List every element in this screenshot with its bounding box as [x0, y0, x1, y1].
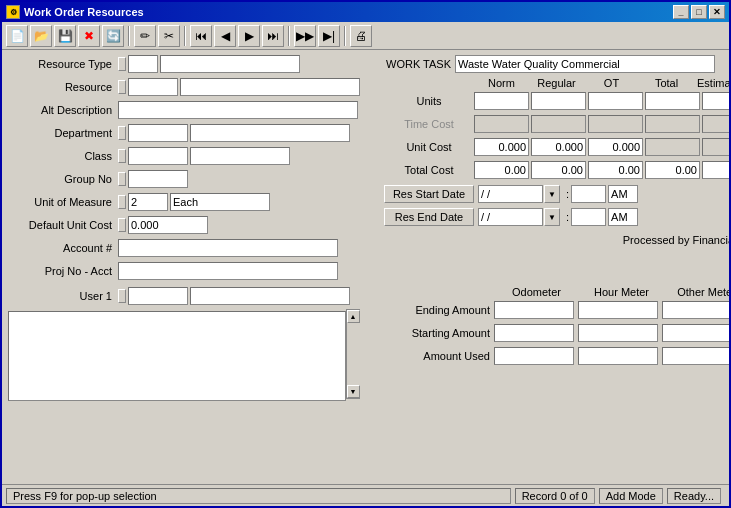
class-name-input[interactable] [190, 147, 290, 165]
col-header-ot: OT [584, 77, 639, 89]
timecost-ot-input[interactable] [588, 115, 643, 133]
default-unit-cost-input[interactable] [128, 216, 208, 234]
start-ampm-input[interactable] [608, 185, 638, 203]
resource-type-indicator [118, 57, 126, 71]
prev-button[interactable]: ◀ [214, 25, 236, 47]
user1-code-input[interactable] [128, 287, 188, 305]
units-regular-input[interactable] [531, 92, 586, 110]
unitcost-regular-input[interactable] [531, 138, 586, 156]
timecost-total-input[interactable] [645, 115, 700, 133]
totalcost-regular-input[interactable] [531, 161, 586, 179]
unit-of-measure-label: Unit of Measure [8, 196, 118, 208]
first-button[interactable]: ⏮ [190, 25, 212, 47]
account-input[interactable] [118, 239, 338, 257]
alt-description-row: Alt Description [8, 100, 378, 120]
toolbar-separator [128, 26, 130, 46]
timecost-estimated-input[interactable] [702, 115, 729, 133]
end-date-dropdown[interactable]: ▼ [544, 208, 560, 226]
used-hour-input[interactable] [578, 347, 658, 365]
hour-meter-header: Hour Meter [579, 286, 664, 298]
timecost-norm-input[interactable] [474, 115, 529, 133]
start-date-dropdown[interactable]: ▼ [544, 185, 560, 203]
units-norm-input[interactable] [474, 92, 529, 110]
window-icon: ⚙ [6, 5, 20, 19]
ending-hour-input[interactable] [578, 301, 658, 319]
totalcost-ot-input[interactable] [588, 161, 643, 179]
next-button[interactable]: ▶ [238, 25, 260, 47]
resource-type-code-input[interactable] [128, 55, 158, 73]
ending-other-input[interactable] [662, 301, 729, 319]
department-name-input[interactable] [190, 124, 350, 142]
used-other-input[interactable] [662, 347, 729, 365]
resource-type-name-input[interactable] [160, 55, 300, 73]
window-title: Work Order Resources [24, 6, 144, 18]
unitcost-norm-input[interactable] [474, 138, 529, 156]
odometer-header: Odometer [494, 286, 579, 298]
maximize-button[interactable]: □ [691, 5, 707, 19]
timecost-regular-input[interactable] [531, 115, 586, 133]
units-total-input[interactable] [645, 92, 700, 110]
ending-odometer-input[interactable] [494, 301, 574, 319]
department-code-input[interactable] [128, 124, 188, 142]
new-button[interactable]: 📄 [6, 25, 28, 47]
group-no-label: Group No [8, 173, 118, 185]
toolbar-separator3 [288, 26, 290, 46]
start-date-input[interactable] [478, 185, 543, 203]
minimize-button[interactable]: _ [673, 5, 689, 19]
units-ot-input[interactable] [588, 92, 643, 110]
alt-description-input[interactable] [118, 101, 358, 119]
user1-name-input[interactable] [190, 287, 350, 305]
cut-button[interactable]: ✂ [158, 25, 180, 47]
totalcost-norm-input[interactable] [474, 161, 529, 179]
notes-textarea[interactable] [8, 311, 346, 401]
starting-other-input[interactable] [662, 324, 729, 342]
last-button[interactable]: ⏭ [262, 25, 284, 47]
uom-code-input[interactable] [128, 193, 168, 211]
used-odometer-input[interactable] [494, 347, 574, 365]
total-cost-row: Total Cost [384, 160, 729, 180]
end-ampm-input[interactable] [608, 208, 638, 226]
close-button[interactable]: ✕ [709, 5, 725, 19]
starting-hour-input[interactable] [578, 324, 658, 342]
scroll-down-button[interactable]: ▼ [347, 385, 360, 398]
starting-odometer-input[interactable] [494, 324, 574, 342]
scrollbar-vertical[interactable]: ▲ ▼ [346, 309, 360, 399]
col-header-regular: Regular [529, 77, 584, 89]
meter-section: Odometer Hour Meter Other Meter Ending A… [384, 286, 729, 403]
uom-name-input[interactable] [170, 193, 270, 211]
resource-code-input[interactable] [128, 78, 178, 96]
start-time-input[interactable] [571, 185, 606, 203]
bottom-left: User 1 ▲ ▼ [8, 286, 378, 403]
unitcost-total-input[interactable] [645, 138, 700, 156]
group-no-input[interactable] [128, 170, 188, 188]
save-button[interactable]: 💾 [54, 25, 76, 47]
class-code-input[interactable] [128, 147, 188, 165]
user1-indicator [118, 289, 126, 303]
proj-no-input[interactable] [118, 262, 338, 280]
unit-cost-label: Unit Cost [384, 141, 474, 153]
scroll-up-button[interactable]: ▲ [347, 310, 360, 323]
units-estimated-input[interactable] [702, 92, 729, 110]
refresh-button[interactable]: 🔄 [102, 25, 124, 47]
proj-no-row: Proj No - Acct [8, 261, 378, 281]
totalcost-estimated-input[interactable] [702, 161, 729, 179]
col-header-total: Total [639, 77, 694, 89]
unitcost-estimated-input[interactable] [702, 138, 729, 156]
amount-used-row: Amount Used [384, 346, 729, 366]
print-button[interactable]: 🖨 [350, 25, 372, 47]
end-time-input[interactable] [571, 208, 606, 226]
meter-spacer [384, 286, 494, 298]
textarea-container: ▲ ▼ [8, 309, 360, 403]
window-controls: _ □ ✕ [673, 5, 725, 19]
resource-name-input[interactable] [180, 78, 360, 96]
delete-button[interactable]: ✖ [78, 25, 100, 47]
nav-button2[interactable]: ▶▶ [294, 25, 316, 47]
nav-button3[interactable]: ▶| [318, 25, 340, 47]
end-date-input[interactable] [478, 208, 543, 226]
worktask-input[interactable] [455, 55, 715, 73]
totalcost-total-input[interactable] [645, 161, 700, 179]
time-cost-row: Time Cost [384, 114, 729, 134]
open-button[interactable]: 📂 [30, 25, 52, 47]
edit-button[interactable]: ✏ [134, 25, 156, 47]
unitcost-ot-input[interactable] [588, 138, 643, 156]
